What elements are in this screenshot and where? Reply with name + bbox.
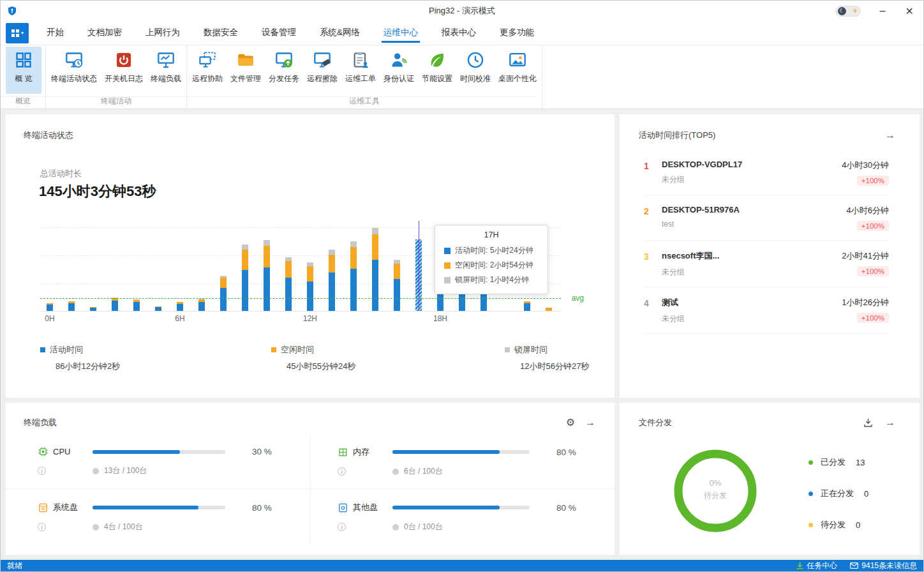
- app-menu-button[interactable]: [6, 23, 29, 43]
- legend-idle-value: 45小时55分钟24秒: [287, 361, 355, 372]
- tab-device-mgmt[interactable]: 设备管理: [262, 21, 296, 45]
- tooltip-lock-text: 锁屏时间: 1小时4分钟: [455, 273, 529, 287]
- ranking-row[interactable]: 4 测试 未分组 1小时26分钟 +100%: [644, 287, 889, 334]
- memory-percent: 80 %: [556, 448, 592, 457]
- chart-bar-hour-5[interactable]: [155, 306, 161, 311]
- desktop-personalize-button[interactable]: 桌面个性化: [495, 45, 540, 95]
- chart-tooltip: 17H 活动时间: 5小时24分钟 空闲时间: 2小时54分钟 锁屏时间: 1小…: [435, 225, 548, 294]
- pending-dot-icon: [808, 523, 813, 527]
- tab-web-behavior[interactable]: 上网行为: [145, 21, 180, 45]
- legend-lock-label: 锁屏时间: [514, 344, 548, 356]
- x-tick-label: 0H: [45, 314, 54, 323]
- leaf-icon: [428, 51, 446, 69]
- chart-bar-hour-23[interactable]: [546, 308, 552, 311]
- power-log-button[interactable]: 开关机日志: [101, 45, 147, 95]
- terminal-name: nsecsoft李国...: [662, 250, 842, 262]
- ranking-row[interactable]: 3 nsecsoft李国... 未分组 2小时41分钟 +100%: [644, 241, 889, 287]
- terminal-group: 未分组: [662, 174, 842, 185]
- tab-start[interactable]: 开始: [47, 21, 64, 45]
- identity-auth-button[interactable]: 身份认证: [380, 45, 418, 95]
- terminal-load-button[interactable]: 终端负载: [147, 45, 185, 95]
- chart-bar-hour-10[interactable]: [264, 240, 270, 311]
- chart-bar-hour-22[interactable]: [524, 301, 530, 311]
- terminal-load-card: 终端负载 CPU 30 % 13台 / 100台: [6, 403, 615, 555]
- chart-bar-hour-16[interactable]: [394, 260, 400, 311]
- tab-report-center[interactable]: 报表中心: [442, 21, 476, 45]
- ranking-row[interactable]: 2 DESKTOP-51R976A test 4小时6分钟 +100%: [644, 195, 889, 241]
- terminal-group: 未分组: [662, 313, 842, 324]
- work-order-button[interactable]: 运维工单: [341, 45, 380, 95]
- group-label-ops-tools: 运维工具: [187, 96, 542, 107]
- legend-active: 活动时间 86小时12分钟2秒: [40, 344, 120, 372]
- tab-doc-encrypt[interactable]: 文档加密: [87, 21, 122, 45]
- folder-icon: [237, 51, 255, 69]
- load-more-arrow-icon[interactable]: [585, 418, 595, 428]
- other-disk-icon: [338, 502, 348, 513]
- tab-data-security[interactable]: 数据安全: [204, 21, 238, 45]
- sun-icon: [852, 7, 858, 15]
- remote-wipe-button[interactable]: 远程擦除: [303, 45, 341, 95]
- tooltip-lock-swatch: [444, 277, 451, 283]
- other-disk-count: 0台 / 100台: [404, 522, 443, 532]
- app-window: Ping32 - 演示模式 开始 文档加密 上网行为 数据安全 设备管理 系统&…: [0, 0, 924, 572]
- chart-bar-hour-4[interactable]: [133, 299, 140, 311]
- info-icon[interactable]: [38, 523, 46, 531]
- terminal-group: 未分组: [662, 267, 842, 278]
- system-disk-threshold-bar[interactable]: [93, 506, 225, 509]
- chart-bar-hour-1[interactable]: [68, 301, 75, 311]
- chart-bar-hour-6[interactable]: [177, 302, 183, 311]
- info-icon[interactable]: [38, 467, 46, 475]
- tab-more-features[interactable]: 更多功能: [500, 21, 534, 45]
- donut-percent: 0%: [673, 478, 757, 488]
- chart-bar-hour-3[interactable]: [112, 297, 118, 311]
- system-disk-count: 4台 / 100台: [104, 522, 143, 532]
- tab-system-network[interactable]: 系统&网络: [320, 21, 360, 45]
- remote-assist-button[interactable]: 远程协助: [188, 45, 227, 95]
- tooltip-idle-text: 空闲时间: 2小时54分钟: [455, 258, 533, 273]
- minimize-button[interactable]: [877, 5, 888, 17]
- chart-bar-hour-9[interactable]: [242, 245, 248, 311]
- overview-button[interactable]: 概 览: [6, 47, 41, 94]
- memory-threshold-bar[interactable]: [392, 450, 530, 454]
- close-button[interactable]: [904, 4, 914, 19]
- load-settings-gear-icon[interactable]: [566, 418, 575, 428]
- distribute-task-button[interactable]: 分发任务: [265, 45, 303, 95]
- tab-ops-center[interactable]: 运维中心: [384, 21, 418, 45]
- chart-bar-hour-0[interactable]: [47, 303, 53, 311]
- unread-messages-button[interactable]: 9415条未读信息: [850, 561, 917, 571]
- desktop-personalize-icon: [509, 51, 526, 69]
- distribution-donut: 0% 待分发: [673, 449, 757, 533]
- info-icon[interactable]: [338, 523, 346, 531]
- time-calibration-button[interactable]: 时间校准: [456, 45, 495, 95]
- energy-settings-button[interactable]: 节能设置: [418, 45, 456, 95]
- change-badge: +100%: [857, 266, 889, 276]
- other-disk-threshold-bar[interactable]: [392, 506, 530, 509]
- legend-lock-value: 12小时56分钟27秒: [520, 361, 589, 372]
- theme-toggle[interactable]: [835, 6, 861, 17]
- terminal-activity-card: 终端活动状态 总活动时长 145小时3分钟53秒 avg 17H 活动时间: 5…: [6, 114, 615, 398]
- export-download-icon[interactable]: [863, 418, 874, 428]
- chart-bar-hour-14[interactable]: [350, 241, 357, 311]
- distribute-task-icon: [275, 51, 293, 69]
- terminal-activity-status-button[interactable]: 终端活动状态: [47, 45, 101, 95]
- task-center-button[interactable]: 任务中心: [796, 561, 837, 571]
- tooltip-active-text: 活动时间: 5小时24分钟: [455, 243, 533, 258]
- chart-bar-hour-2[interactable]: [90, 307, 96, 311]
- ranking-more-arrow-icon[interactable]: [885, 130, 895, 140]
- chart-bar-hour-7[interactable]: [198, 299, 205, 311]
- file-manage-button[interactable]: 文件管理: [227, 45, 265, 95]
- ranking-row[interactable]: 1 DESKTOP-VGDPL17 未分组 4小时30分钟 +100%: [644, 150, 889, 195]
- distributed-value: 13: [856, 458, 865, 467]
- titlebar: Ping32 - 演示模式: [1, 1, 923, 21]
- chart-bar-hour-11[interactable]: [285, 257, 292, 311]
- tooltip-active-swatch: [444, 248, 451, 254]
- chart-bar-hour-13[interactable]: [329, 250, 335, 311]
- group-label-overview: 概览: [1, 96, 45, 107]
- distribution-more-arrow-icon[interactable]: [885, 418, 895, 428]
- chart-bar-hour-8[interactable]: [220, 276, 227, 311]
- activity-time: 4小时30分钟: [842, 160, 889, 171]
- chart-bar-hour-12[interactable]: [307, 262, 313, 311]
- system-disk-percent: 80 %: [252, 503, 287, 513]
- info-icon[interactable]: [338, 467, 346, 476]
- cpu-threshold-bar[interactable]: [93, 450, 225, 454]
